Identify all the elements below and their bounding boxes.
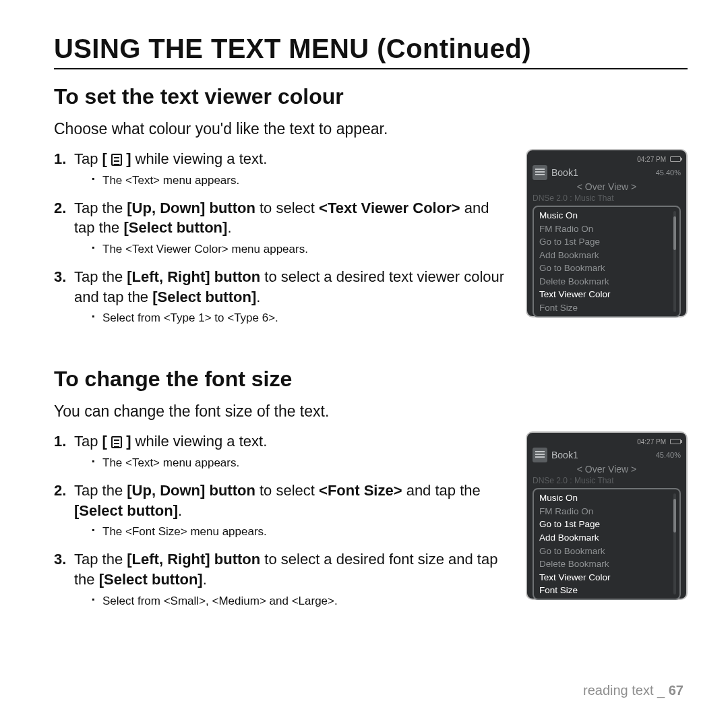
document-icon bbox=[533, 448, 547, 462]
section-font-size: To change the font size You can change t… bbox=[54, 367, 688, 618]
step-note: The <Text> menu appears. bbox=[92, 173, 514, 189]
menu-icon bbox=[111, 154, 122, 166]
menu-item: Go to Bookmark bbox=[539, 545, 679, 558]
step-2: 2. Tap the [Up, Down] button to select <… bbox=[54, 198, 514, 257]
device-screenshot-fontsize: 04:27 PM Book1 45.40% < Over View > DNSe… bbox=[526, 431, 688, 600]
step-note: The <Text Viewer Color> menu appears. bbox=[92, 242, 514, 257]
footer-label: reading text _ bbox=[583, 683, 669, 698]
section-text-viewer-color: To set the text viewer colour Choose wha… bbox=[54, 84, 688, 336]
section-intro: Choose what colour you'd like the text t… bbox=[54, 120, 688, 138]
device-progress: 45.40% bbox=[656, 169, 681, 177]
menu-item: Music On bbox=[539, 209, 679, 222]
menu-item: Go to 1st Page bbox=[539, 235, 679, 249]
menu-item: Text Viewer Color bbox=[539, 571, 679, 584]
step-note: Select from <Type 1> to <Type 6>. bbox=[92, 311, 514, 326]
menu-item: Add Bookmark bbox=[539, 249, 679, 262]
device-book-title: Book1 bbox=[551, 450, 578, 460]
step-3: 3. Tap the [Left, Right] button to selec… bbox=[54, 267, 514, 326]
device-menu: Music On FM Radio On Go to 1st Page Add … bbox=[533, 206, 681, 317]
step-note: The <Font Size> menu appears. bbox=[92, 524, 514, 540]
section-intro: You can change the font size of the text… bbox=[54, 402, 688, 421]
step-3: 3. Tap the [Left, Right] button to selec… bbox=[54, 549, 514, 609]
page-number: 67 bbox=[669, 683, 684, 698]
status-bar: 04:27 PM bbox=[533, 154, 681, 164]
device-progress: 45.40% bbox=[656, 451, 681, 459]
menu-item: Add Bookmark bbox=[539, 531, 679, 545]
battery-icon bbox=[670, 439, 681, 444]
device-book-title: Book1 bbox=[551, 167, 578, 178]
scrollbar bbox=[673, 211, 676, 312]
step-1: 1. Tap [ ] while viewing a text. The <Te… bbox=[54, 149, 514, 189]
page-title: USING THE TEXT MENU (Continued) bbox=[54, 34, 688, 69]
menu-item: FM Radio On bbox=[539, 505, 679, 518]
steps-list: 1. Tap [ ] while viewing a text. The <Te… bbox=[54, 149, 514, 336]
battery-icon bbox=[670, 156, 681, 162]
menu-item: Go to 1st Page bbox=[539, 518, 679, 531]
page-footer: reading text _ 67 bbox=[583, 683, 684, 698]
menu-item: Font Size bbox=[539, 301, 679, 315]
step-note: The <Text> menu appears. bbox=[92, 456, 514, 471]
status-bar: 04:27 PM bbox=[533, 437, 681, 446]
document-icon bbox=[533, 165, 547, 180]
steps-list: 1. Tap [ ] while viewing a text. The <Te… bbox=[54, 431, 514, 618]
device-screenshot-color: 04:27 PM Book1 45.40% < Over View > DNSe… bbox=[526, 149, 688, 317]
step-1: 1. Tap [ ] while viewing a text. The <Te… bbox=[54, 431, 514, 471]
section-title: To set the text viewer colour bbox=[54, 84, 688, 109]
device-overview-label: < Over View > bbox=[533, 464, 681, 475]
device-overview-label: < Over View > bbox=[533, 181, 681, 192]
step-2: 2. Tap the [Up, Down] button to select <… bbox=[54, 481, 514, 540]
section-title: To change the font size bbox=[54, 367, 688, 392]
menu-item: Delete Bookmark bbox=[539, 275, 679, 289]
menu-item: Music On bbox=[539, 491, 679, 505]
menu-item: FM Radio On bbox=[539, 222, 679, 236]
menu-item: Delete Bookmark bbox=[539, 557, 679, 571]
device-menu: Music On FM Radio On Go to 1st Page Add … bbox=[533, 488, 681, 600]
menu-icon bbox=[111, 436, 122, 448]
menu-item-selected: Font Size bbox=[539, 584, 679, 597]
menu-item-selected: Text Viewer Color bbox=[539, 288, 679, 301]
device-bg-text: DNSe 2.0 : Music That bbox=[533, 476, 681, 485]
step-note: Select from <Small>, <Medium> and <Large… bbox=[92, 594, 514, 609]
menu-item: Go to Bookmark bbox=[539, 262, 679, 275]
scrollbar bbox=[673, 493, 676, 595]
device-bg-text: DNSe 2.0 : Music That bbox=[533, 193, 681, 203]
